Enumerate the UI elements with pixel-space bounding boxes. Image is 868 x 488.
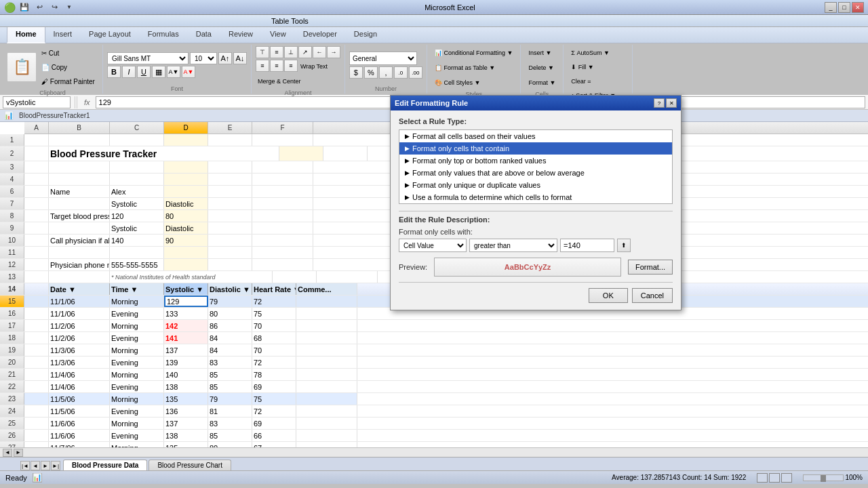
cell-d18[interactable]: 141 — [164, 332, 208, 344]
cell-f15[interactable]: 72 — [252, 296, 296, 307]
cell-d21[interactable]: 140 — [164, 369, 208, 380]
row-header-8[interactable]: 8 — [0, 210, 24, 222]
cell-a23[interactable] — [24, 393, 49, 405]
row-header-20[interactable]: 20 — [0, 357, 24, 368]
cell-a22[interactable] — [24, 381, 49, 392]
font-color-button[interactable]: A▼ — [182, 66, 195, 78]
cell-c20[interactable]: Evening — [110, 357, 164, 368]
cell-c4[interactable] — [110, 174, 164, 185]
align-bottom-button[interactable]: ⊥ — [284, 46, 298, 58]
cell-e26[interactable]: 85 — [208, 430, 252, 441]
cell-g17[interactable] — [296, 320, 357, 331]
cell-b24[interactable]: 11/5/06 — [49, 405, 110, 417]
currency-button[interactable]: $ — [349, 66, 363, 79]
cell-e8[interactable] — [208, 210, 252, 222]
delete-button[interactable]: Delete ▼ — [525, 61, 559, 75]
cell-f16[interactable]: 75 — [252, 308, 296, 319]
cell-d22[interactable]: 138 — [164, 381, 208, 392]
cell-e15[interactable]: 79 — [208, 296, 252, 307]
decimal-decrease-button[interactable]: .00 — [409, 66, 422, 79]
cell-f18[interactable]: 68 — [252, 332, 296, 344]
cell-f25[interactable]: 69 — [252, 418, 296, 429]
format-button[interactable]: Format... — [628, 260, 673, 274]
cell-styles-button[interactable]: 🎨 Cell Styles ▼ — [431, 76, 516, 89]
number-format-select[interactable]: General — [349, 52, 417, 65]
cell-d25[interactable]: 137 — [164, 418, 208, 429]
cell-d19[interactable]: 137 — [164, 344, 208, 356]
row-header-27[interactable]: 27 — [0, 442, 24, 447]
close-button[interactable]: ✕ — [852, 2, 864, 13]
row-header-13[interactable]: 13 — [0, 271, 24, 283]
indent-increase-button[interactable]: → — [327, 46, 340, 58]
cell-a12[interactable] — [24, 259, 49, 270]
cell-f20[interactable]: 72 — [252, 357, 296, 368]
cell-a24[interactable] — [24, 405, 49, 417]
quick-undo[interactable]: ↩ — [33, 1, 45, 14]
rule-type-4[interactable]: ▶ Format only values that are above or b… — [399, 167, 672, 179]
page-break-view-button[interactable] — [781, 473, 792, 483]
cell-a6[interactable] — [24, 186, 49, 197]
row-header-14[interactable]: 14 — [0, 283, 24, 295]
cell-e12[interactable] — [208, 259, 252, 270]
cell-b3[interactable] — [49, 161, 110, 173]
cell-b6[interactable]: Name — [49, 186, 110, 197]
autosum-button[interactable]: Σ AutoSum ▼ — [568, 46, 627, 60]
cell-c3[interactable] — [110, 161, 164, 173]
cell-c13-footnote[interactable]: * National Institutes of Health standard — [110, 271, 273, 283]
cell-b2-title[interactable]: Blood Pressure Tracker — [49, 146, 279, 161]
col-header-f[interactable]: F — [252, 122, 313, 134]
row-header-11[interactable]: 11 — [0, 247, 24, 258]
row-header-26[interactable]: 26 — [0, 430, 24, 441]
cell-c22[interactable]: Evening — [110, 381, 164, 392]
cell-d12[interactable] — [164, 259, 208, 270]
cell-g23[interactable] — [296, 393, 357, 405]
cell-c15[interactable]: Morning — [110, 296, 164, 307]
fill-button[interactable]: ⬇ Fill ▼ — [568, 60, 627, 74]
cell-c18[interactable]: Evening — [110, 332, 164, 344]
cell-g21[interactable] — [296, 369, 357, 380]
cell-e10[interactable] — [208, 235, 252, 246]
cell-f8[interactable] — [252, 210, 313, 222]
col-header-b[interactable]: B — [49, 122, 110, 134]
cell-c11[interactable] — [110, 247, 164, 258]
cell-f27[interactable]: 67 — [252, 442, 296, 447]
cell-g15[interactable] — [296, 296, 357, 307]
cell-a25[interactable] — [24, 418, 49, 429]
cell-d2[interactable] — [279, 146, 323, 161]
cell-b8[interactable]: Target blood pressure* — [49, 210, 110, 222]
cell-b20[interactable]: 11/3/06 — [49, 357, 110, 368]
cell-a4[interactable] — [24, 174, 49, 185]
row-header-23[interactable]: 23 — [0, 393, 24, 405]
cell-a20[interactable] — [24, 357, 49, 368]
cell-e17[interactable]: 86 — [208, 320, 252, 331]
cell-e20[interactable]: 83 — [208, 357, 252, 368]
cell-b19[interactable]: 11/3/06 — [49, 344, 110, 356]
cell-e7[interactable] — [208, 198, 252, 209]
tab-last-button[interactable]: ►| — [51, 461, 60, 470]
font-size-select[interactable]: 10 — [190, 52, 217, 64]
cell-a3[interactable] — [24, 161, 49, 173]
dialog-help-button[interactable]: ? — [654, 98, 665, 108]
row-header-3[interactable]: 3 — [0, 161, 24, 173]
zoom-slider[interactable] — [803, 474, 844, 481]
cell-d23[interactable]: 135 — [164, 393, 208, 405]
cell-f13[interactable] — [317, 271, 378, 283]
cell-c26[interactable]: Evening — [110, 430, 164, 441]
cell-b18[interactable]: 11/2/06 — [49, 332, 110, 344]
row-header-9[interactable]: 9 — [0, 222, 24, 234]
cell-c24[interactable]: Evening — [110, 405, 164, 417]
decrease-font-button[interactable]: A↓ — [233, 52, 247, 64]
col-header-d[interactable]: D — [164, 122, 208, 134]
tab-prev-button[interactable]: ◄ — [31, 461, 40, 470]
cell-c9[interactable]: Systolic — [110, 222, 164, 234]
cell-f9[interactable] — [252, 222, 313, 234]
cell-b7[interactable] — [49, 198, 110, 209]
cell-b21[interactable]: 11/4/06 — [49, 369, 110, 380]
cell-a21[interactable] — [24, 369, 49, 380]
cell-e2[interactable] — [323, 146, 368, 161]
tab-first-button[interactable]: |◄ — [20, 461, 30, 470]
bold-button[interactable]: B — [107, 66, 121, 78]
cell-a18[interactable] — [24, 332, 49, 344]
cell-b14-date[interactable]: Date ▼ — [49, 283, 110, 295]
cell-a17[interactable] — [24, 320, 49, 331]
